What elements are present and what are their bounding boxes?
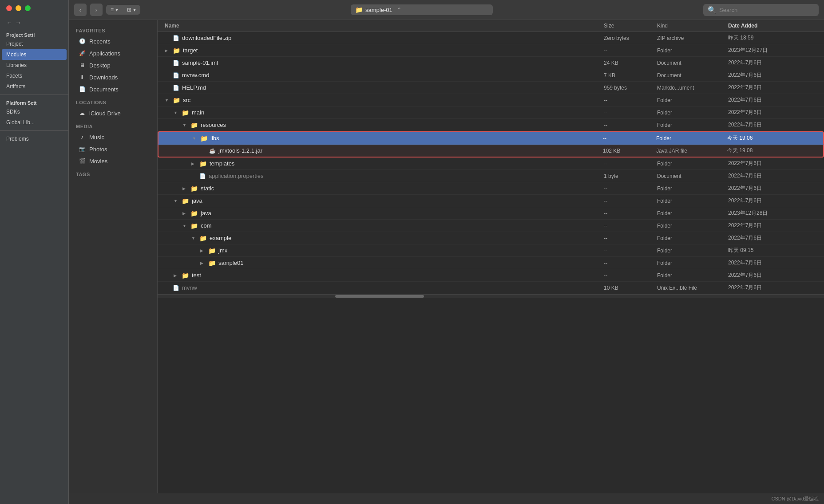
- traffic-green[interactable]: [25, 5, 31, 11]
- ide-separator-2: [0, 130, 68, 131]
- movies-label: Movies: [89, 158, 107, 165]
- file-size: --: [604, 248, 657, 254]
- ide-menu-libraries[interactable]: Libraries: [0, 60, 68, 71]
- header-kind: Kind: [657, 23, 728, 29]
- folder-icon: 📁: [190, 210, 198, 217]
- table-row[interactable]: ▼ 📁 com -- Folder 2022年7月6日: [158, 220, 824, 232]
- list-view-button[interactable]: ≡ ▾: [106, 5, 123, 15]
- search-input[interactable]: [719, 7, 814, 13]
- traffic-yellow[interactable]: [16, 5, 21, 11]
- table-row[interactable]: ▼ 📁 libs -- Folder 今天 19:06: [158, 131, 824, 145]
- file-name: mvnw: [182, 284, 197, 291]
- sidebar-item-movies[interactable]: 🎬 Movies: [71, 155, 154, 167]
- music-icon: ♪: [79, 134, 86, 141]
- table-row[interactable]: 📄 sample-01.iml 24 KB Document 2022年7月6日: [158, 57, 824, 69]
- table-row[interactable]: 📄 HELP.md 959 bytes Markdo...ument 2022年…: [158, 82, 824, 94]
- path-bar[interactable]: 📁 sample-01 ⌃: [351, 4, 493, 15]
- file-size: 10 KB: [604, 285, 657, 291]
- ide-menu-global-lib[interactable]: Global Lib...: [0, 117, 68, 128]
- table-row[interactable]: 📄 mvnw.cmd 7 KB Document 2022年7月6日: [158, 69, 824, 82]
- file-name-cell: 📄 downloadedFile.zip: [165, 35, 604, 41]
- table-row[interactable]: ▼ 📁 resources -- Folder 2022年7月6日: [158, 119, 824, 131]
- file-name: templates: [210, 160, 234, 167]
- recents-label: Recents: [89, 38, 111, 45]
- scrollbar-thumb[interactable]: [335, 295, 424, 298]
- file-kind: Folder: [657, 260, 728, 266]
- file-name: com: [201, 222, 212, 229]
- ide-separator-1: [0, 94, 68, 95]
- chevron-icon: ▼: [165, 98, 170, 102]
- scrollbar-area[interactable]: [158, 294, 824, 298]
- file-name-cell: ▼ 📁 example: [165, 235, 604, 242]
- sidebar-item-documents[interactable]: 📄 Documents: [71, 83, 154, 95]
- watermark: CSDN @David爱编程: [771, 496, 819, 502]
- table-row[interactable]: ▶ 📁 static -- Folder 2022年7月6日: [158, 182, 824, 195]
- chevron-icon: ▼: [182, 123, 188, 127]
- back-arrow[interactable]: ←: [6, 19, 12, 26]
- table-row[interactable]: 📄 mvnw 10 KB Unix Ex...ble File 2022年7月6…: [158, 282, 824, 294]
- table-row[interactable]: ▶ 📁 jmx -- Folder 昨天 09:15: [158, 244, 824, 257]
- forward-button[interactable]: ›: [90, 4, 103, 16]
- table-row[interactable]: ▶ 📁 test -- Folder 2022年7月6日: [158, 269, 824, 282]
- ide-menu-artifacts[interactable]: Artifacts: [0, 81, 68, 92]
- header-name: Name: [165, 23, 604, 29]
- sidebar-item-photos[interactable]: 📷 Photos: [71, 143, 154, 155]
- file-date: 2022年7月6日: [728, 71, 817, 79]
- search-bar[interactable]: 🔍: [703, 4, 819, 16]
- table-row[interactable]: ▶ 📁 java -- Folder 2023年12月28日: [158, 207, 824, 220]
- table-row[interactable]: ▼ 📁 src -- Folder 2022年7月6日: [158, 94, 824, 106]
- sidebar-item-desktop[interactable]: 🖥 Desktop: [71, 59, 154, 71]
- back-button[interactable]: ‹: [74, 4, 87, 16]
- sidebar-item-music[interactable]: ♪ Music: [71, 131, 154, 143]
- table-row[interactable]: 📄 application.properties 1 byte Document…: [158, 170, 824, 182]
- file-name-cell: ▼ 📁 java: [165, 197, 604, 205]
- icloud-label: iCloud Drive: [89, 110, 121, 117]
- file-size: --: [604, 272, 657, 279]
- file-size: --: [604, 198, 657, 204]
- file-kind: Java JAR file: [656, 148, 727, 154]
- ide-menu-project[interactable]: Project: [0, 39, 68, 49]
- table-row[interactable]: 📄 downloadedFile.zip Zero bytes ZIP arch…: [158, 32, 824, 44]
- file-date: 2022年7月6日: [728, 185, 817, 192]
- path-arrows: ⌃: [397, 7, 401, 13]
- table-row[interactable]: ▼ 📁 example -- Folder 2022年7月6日: [158, 232, 824, 244]
- file-icon: 📄: [173, 60, 179, 66]
- file-date: 今天 19:08: [727, 147, 816, 154]
- file-name-cell: ▼ 📁 src: [165, 97, 604, 104]
- favorites-label: Favorites: [69, 24, 157, 35]
- sidebar-item-downloads[interactable]: ⬇ Downloads: [71, 71, 154, 83]
- table-row[interactable]: ▶ 📁 templates -- Folder 2022年7月6日: [158, 158, 824, 170]
- grid-view-button[interactable]: ⊞ ▾: [123, 5, 140, 15]
- path-label: sample-01: [365, 7, 392, 13]
- table-row[interactable]: ☕ jmxtools-1.2.1.jar 102 KB Java JAR fil…: [158, 145, 824, 158]
- file-kind: Folder: [657, 210, 728, 217]
- sidebar-item-icloud[interactable]: ☁ iCloud Drive: [71, 107, 154, 119]
- traffic-red[interactable]: [6, 5, 12, 11]
- sidebar-item-applications[interactable]: 🚀 Applications: [71, 47, 154, 59]
- sidebar-item-recents[interactable]: 🕐 Recents: [71, 35, 154, 47]
- file-kind: Folder: [657, 110, 728, 116]
- file-date: 2022年7月6日: [728, 96, 817, 104]
- finder-sidebar: Favorites 🕐 Recents 🚀 Applications 🖥 Des…: [69, 20, 158, 493]
- ide-menu-modules[interactable]: Modules: [2, 49, 67, 60]
- file-name-cell: 📄 mvnw.cmd: [165, 72, 604, 79]
- file-size: 959 bytes: [604, 85, 657, 91]
- folder-icon: 📁: [199, 160, 207, 167]
- file-kind: Unix Ex...ble File: [657, 285, 728, 291]
- ide-menu-sdks[interactable]: SDKs: [0, 106, 68, 117]
- ide-menu-problems[interactable]: Problems: [0, 134, 68, 144]
- table-row[interactable]: ▶ 📁 target -- Folder 2023年12月27日: [158, 44, 824, 57]
- file-date: 2022年7月6日: [728, 272, 817, 279]
- table-row[interactable]: ▼ 📁 java -- Folder 2022年7月6日: [158, 195, 824, 207]
- table-row[interactable]: ▶ 📁 sample01 -- Folder 2022年7月6日: [158, 257, 824, 269]
- table-row[interactable]: ▼ 📁 main -- Folder 2022年7月6日: [158, 106, 824, 119]
- file-rows: 📄 downloadedFile.zip Zero bytes ZIP arch…: [158, 32, 824, 294]
- folder-icon: 📁: [182, 272, 189, 279]
- forward-arrow[interactable]: →: [15, 19, 21, 26]
- file-size: --: [604, 122, 657, 128]
- grid-view-chevron: ▾: [133, 7, 136, 13]
- desktop-label: Desktop: [89, 62, 111, 69]
- chevron-icon: ▶: [165, 48, 170, 53]
- ide-menu-facets[interactable]: Facets: [0, 71, 68, 81]
- file-date: 2022年7月6日: [728, 109, 817, 116]
